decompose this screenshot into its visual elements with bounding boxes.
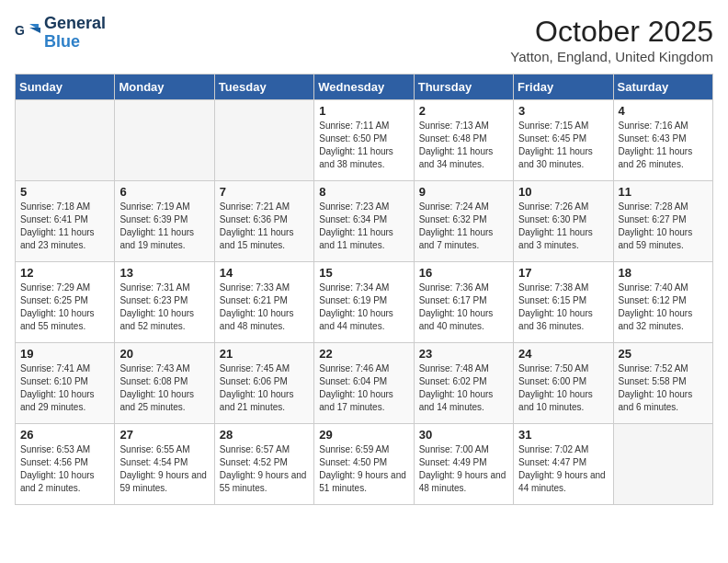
day-number: 27 bbox=[119, 428, 209, 442]
cell-info: Sunrise: 7:34 AMSunset: 6:19 PMDaylight:… bbox=[319, 282, 408, 333]
day-number: 16 bbox=[419, 266, 508, 280]
calendar-cell: 18Sunrise: 7:40 AMSunset: 6:12 PMDayligh… bbox=[613, 262, 712, 343]
day-number: 29 bbox=[319, 428, 408, 442]
day-number: 2 bbox=[419, 104, 508, 118]
cell-info: Sunrise: 7:52 AMSunset: 5:58 PMDaylight:… bbox=[619, 362, 708, 414]
day-number: 11 bbox=[619, 185, 708, 199]
calendar-cell: 11Sunrise: 7:28 AMSunset: 6:27 PMDayligh… bbox=[613, 181, 712, 262]
cell-info: Sunrise: 6:55 AMSunset: 4:54 PMDaylight:… bbox=[119, 443, 209, 495]
calendar-cell: 24Sunrise: 7:50 AMSunset: 6:00 PMDayligh… bbox=[514, 343, 613, 424]
logo-icon: G bbox=[15, 20, 40, 46]
page-header: G General Blue October 2025 Yatton, Engl… bbox=[15, 15, 713, 64]
calendar-cell: 29Sunrise: 6:59 AMSunset: 4:50 PMDayligh… bbox=[314, 424, 414, 505]
month-title: October 2025 bbox=[510, 15, 713, 49]
weekday-header-monday: Monday bbox=[115, 75, 214, 100]
day-number: 4 bbox=[619, 104, 708, 118]
calendar-cell: 1Sunrise: 7:11 AMSunset: 6:50 PMDaylight… bbox=[314, 100, 414, 181]
weekday-header-saturday: Saturday bbox=[613, 75, 712, 100]
calendar-week-row: 5Sunrise: 7:18 AMSunset: 6:41 PMDaylight… bbox=[16, 181, 713, 262]
calendar-cell bbox=[115, 100, 214, 181]
cell-info: Sunrise: 7:28 AMSunset: 6:27 PMDaylight:… bbox=[619, 201, 708, 252]
calendar-cell: 10Sunrise: 7:26 AMSunset: 6:30 PMDayligh… bbox=[514, 181, 613, 262]
cell-info: Sunrise: 7:02 AMSunset: 4:47 PMDaylight:… bbox=[518, 443, 608, 495]
location: Yatton, England, United Kingdom bbox=[510, 49, 713, 64]
cell-info: Sunrise: 7:15 AMSunset: 6:45 PMDaylight:… bbox=[518, 120, 608, 171]
calendar-cell: 5Sunrise: 7:18 AMSunset: 6:41 PMDaylight… bbox=[16, 181, 115, 262]
cell-info: Sunrise: 7:29 AMSunset: 6:25 PMDaylight:… bbox=[20, 282, 109, 333]
calendar-cell: 26Sunrise: 6:53 AMSunset: 4:56 PMDayligh… bbox=[16, 424, 115, 505]
day-number: 1 bbox=[319, 104, 408, 118]
cell-info: Sunrise: 7:46 AMSunset: 6:04 PMDaylight:… bbox=[319, 362, 408, 414]
day-number: 20 bbox=[119, 347, 209, 361]
weekday-header-wednesday: Wednesday bbox=[314, 75, 414, 100]
cell-info: Sunrise: 6:57 AMSunset: 4:52 PMDaylight:… bbox=[220, 443, 309, 495]
day-number: 17 bbox=[518, 266, 608, 280]
logo: G General Blue bbox=[15, 15, 106, 52]
cell-info: Sunrise: 7:36 AMSunset: 6:17 PMDaylight:… bbox=[419, 282, 508, 333]
calendar-cell: 8Sunrise: 7:23 AMSunset: 6:34 PMDaylight… bbox=[314, 181, 414, 262]
cell-info: Sunrise: 7:24 AMSunset: 6:32 PMDaylight:… bbox=[419, 201, 508, 252]
calendar-cell: 6Sunrise: 7:19 AMSunset: 6:39 PMDaylight… bbox=[115, 181, 214, 262]
cell-info: Sunrise: 7:00 AMSunset: 4:49 PMDaylight:… bbox=[419, 443, 508, 495]
calendar-cell: 16Sunrise: 7:36 AMSunset: 6:17 PMDayligh… bbox=[414, 262, 513, 343]
day-number: 7 bbox=[220, 185, 309, 199]
calendar-cell: 27Sunrise: 6:55 AMSunset: 4:54 PMDayligh… bbox=[115, 424, 214, 505]
cell-info: Sunrise: 7:50 AMSunset: 6:00 PMDaylight:… bbox=[518, 362, 608, 414]
calendar-cell: 12Sunrise: 7:29 AMSunset: 6:25 PMDayligh… bbox=[16, 262, 115, 343]
cell-info: Sunrise: 7:19 AMSunset: 6:39 PMDaylight:… bbox=[119, 201, 209, 252]
day-number: 26 bbox=[20, 428, 109, 442]
cell-info: Sunrise: 7:31 AMSunset: 6:23 PMDaylight:… bbox=[119, 282, 209, 333]
day-number: 6 bbox=[119, 185, 209, 199]
day-number: 5 bbox=[20, 185, 109, 199]
cell-info: Sunrise: 6:53 AMSunset: 4:56 PMDaylight:… bbox=[20, 443, 109, 495]
calendar-cell: 28Sunrise: 6:57 AMSunset: 4:52 PMDayligh… bbox=[214, 424, 313, 505]
cell-info: Sunrise: 7:40 AMSunset: 6:12 PMDaylight:… bbox=[619, 282, 708, 333]
calendar-cell: 19Sunrise: 7:41 AMSunset: 6:10 PMDayligh… bbox=[16, 343, 115, 424]
day-number: 14 bbox=[220, 266, 309, 280]
calendar-cell: 17Sunrise: 7:38 AMSunset: 6:15 PMDayligh… bbox=[514, 262, 613, 343]
day-number: 15 bbox=[319, 266, 408, 280]
day-number: 23 bbox=[419, 347, 508, 361]
day-number: 21 bbox=[220, 347, 309, 361]
calendar-week-row: 1Sunrise: 7:11 AMSunset: 6:50 PMDaylight… bbox=[16, 100, 713, 181]
day-number: 25 bbox=[619, 347, 708, 361]
day-number: 10 bbox=[518, 185, 608, 199]
calendar-cell: 23Sunrise: 7:48 AMSunset: 6:02 PMDayligh… bbox=[414, 343, 513, 424]
calendar-cell: 21Sunrise: 7:45 AMSunset: 6:06 PMDayligh… bbox=[214, 343, 313, 424]
day-number: 30 bbox=[419, 428, 508, 442]
cell-info: Sunrise: 7:13 AMSunset: 6:48 PMDaylight:… bbox=[419, 120, 508, 171]
calendar-cell: 9Sunrise: 7:24 AMSunset: 6:32 PMDaylight… bbox=[414, 181, 513, 262]
calendar-cell: 13Sunrise: 7:31 AMSunset: 6:23 PMDayligh… bbox=[115, 262, 214, 343]
cell-info: Sunrise: 7:48 AMSunset: 6:02 PMDaylight:… bbox=[419, 362, 508, 414]
calendar-cell: 2Sunrise: 7:13 AMSunset: 6:48 PMDaylight… bbox=[414, 100, 513, 181]
calendar-cell: 31Sunrise: 7:02 AMSunset: 4:47 PMDayligh… bbox=[514, 424, 613, 505]
title-block: October 2025 Yatton, England, United Kin… bbox=[510, 15, 713, 64]
cell-info: Sunrise: 6:59 AMSunset: 4:50 PMDaylight:… bbox=[319, 443, 408, 495]
weekday-header-sunday: Sunday bbox=[16, 75, 115, 100]
calendar-cell: 3Sunrise: 7:15 AMSunset: 6:45 PMDaylight… bbox=[514, 100, 613, 181]
cell-info: Sunrise: 7:21 AMSunset: 6:36 PMDaylight:… bbox=[220, 201, 309, 252]
calendar-cell bbox=[613, 424, 712, 505]
day-number: 8 bbox=[319, 185, 408, 199]
calendar-cell: 15Sunrise: 7:34 AMSunset: 6:19 PMDayligh… bbox=[314, 262, 414, 343]
day-number: 9 bbox=[419, 185, 508, 199]
calendar-cell bbox=[16, 100, 115, 181]
cell-info: Sunrise: 7:41 AMSunset: 6:10 PMDaylight:… bbox=[20, 362, 109, 414]
day-number: 13 bbox=[119, 266, 209, 280]
calendar-week-row: 26Sunrise: 6:53 AMSunset: 4:56 PMDayligh… bbox=[16, 424, 713, 505]
svg-marker-2 bbox=[29, 28, 40, 33]
cell-info: Sunrise: 7:23 AMSunset: 6:34 PMDaylight:… bbox=[319, 201, 408, 252]
logo-text: General Blue bbox=[44, 15, 106, 52]
calendar-table: SundayMondayTuesdayWednesdayThursdayFrid… bbox=[15, 74, 713, 505]
cell-info: Sunrise: 7:38 AMSunset: 6:15 PMDaylight:… bbox=[518, 282, 608, 333]
day-number: 19 bbox=[20, 347, 109, 361]
day-number: 3 bbox=[518, 104, 608, 118]
weekday-header-tuesday: Tuesday bbox=[214, 75, 313, 100]
day-number: 12 bbox=[20, 266, 109, 280]
weekday-header-thursday: Thursday bbox=[414, 75, 513, 100]
weekday-header-friday: Friday bbox=[514, 75, 613, 100]
cell-info: Sunrise: 7:26 AMSunset: 6:30 PMDaylight:… bbox=[518, 201, 608, 252]
cell-info: Sunrise: 7:16 AMSunset: 6:43 PMDaylight:… bbox=[619, 120, 708, 171]
cell-info: Sunrise: 7:18 AMSunset: 6:41 PMDaylight:… bbox=[20, 201, 109, 252]
cell-info: Sunrise: 7:45 AMSunset: 6:06 PMDaylight:… bbox=[220, 362, 309, 414]
